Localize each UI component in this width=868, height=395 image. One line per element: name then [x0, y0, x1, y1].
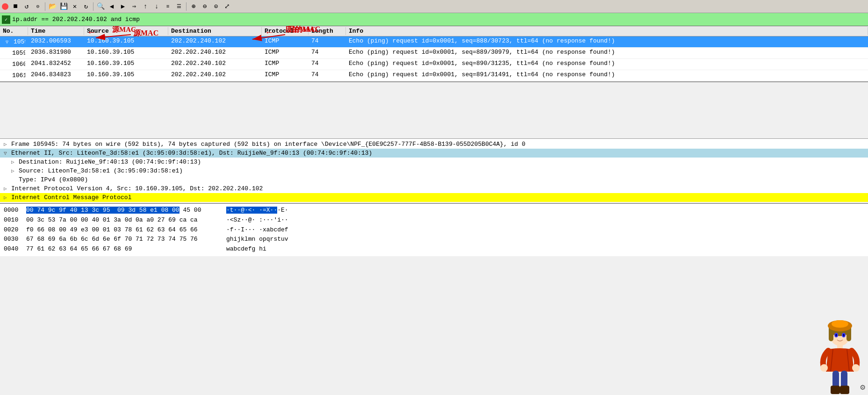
col-info[interactable]: Info — [346, 27, 868, 35]
icmp-text: Internet Control Message Protocol — [11, 194, 131, 201]
detail-row-icmp[interactable]: ▷ Internet Control Message Protocol — [0, 193, 868, 202]
hex-row-0010[interactable]: 0010 00 3c 53 7a 00 00 40 01 3a 0d 0a a0… — [4, 215, 864, 225]
row2-proto: ICMP — [262, 59, 308, 70]
align-btn[interactable]: ☰ — [174, 1, 184, 12]
col-protocol[interactable]: Protocol — [262, 27, 308, 35]
ip-expander: ▷ — [4, 186, 9, 192]
save-file-btn[interactable]: 💾 — [58, 1, 69, 12]
forward-btn[interactable]: ▶ — [118, 1, 128, 12]
hex-bytes-0040: 77 61 62 63 64 65 66 67 68 69 — [26, 244, 222, 254]
row3-len: 74 — [308, 70, 346, 81]
row2-src: 10.160.39.105 — [84, 59, 168, 70]
row2-info: Echo (ping) request id=0x0001, seq=890/3… — [346, 59, 868, 70]
hex-row-0040[interactable]: 0040 77 61 62 63 64 65 66 67 68 69 wabcd… — [4, 244, 864, 254]
filter-arrow-btn[interactable]: ⇒ — [129, 1, 139, 12]
row2-dst: 202.202.240.102 — [168, 59, 262, 70]
stop-btn[interactable]: ■ — [10, 1, 21, 12]
row3-time: 2046.834823 — [28, 70, 84, 81]
row0-proto: ICMP — [262, 36, 308, 47]
eth-dst-expander: ▷ — [11, 159, 17, 165]
hex-ascii-0040: wabcdefg hi — [226, 244, 266, 254]
svg-rect-21 — [831, 386, 840, 394]
filter-icon: ✓ — [2, 15, 10, 24]
row0-time: 2032.006593 — [28, 36, 84, 47]
hex-offset-0000: 0000 — [4, 206, 22, 215]
hex-row-0020[interactable]: 0020 f0 66 08 00 49 e3 00 01 03 78 61 62… — [4, 225, 864, 235]
detail-row-eth-src[interactable]: ▷ Source: LiteonTe_3d:58:e1 (3c:95:09:3d… — [0, 166, 868, 175]
row3-no: 1061… — [0, 70, 28, 81]
sep2 — [93, 2, 93, 11]
col-time[interactable]: Time — [28, 27, 84, 35]
row1-proto: ICMP — [262, 48, 308, 58]
col-btn[interactable]: ≡ — [163, 1, 173, 12]
packet-detail: ▷ Frame 105945: 74 bytes on wire (592 bi… — [0, 138, 868, 204]
row2-no: 1060… — [0, 59, 28, 70]
settings-gear-icon[interactable]: ⚙ — [860, 382, 865, 392]
close-red-btn[interactable] — [2, 3, 8, 10]
table-row[interactable]: ▽ 1059… 2032.006593 10.160.39.105 202.20… — [0, 36, 868, 48]
detail-row-ethernet[interactable]: ▽ Ethernet II, Src: LiteonTe_3d:58:e1 (3… — [0, 149, 868, 158]
next-pkt-btn[interactable]: ↓ — [151, 1, 162, 12]
row1-no: 1059… — [0, 48, 28, 58]
row0-dst: 202.202.240.102 — [168, 36, 262, 47]
row0-len: 74 — [308, 36, 346, 47]
reload-btn[interactable]: ↻ — [81, 1, 91, 12]
row1-time: 2036.831980 — [28, 48, 84, 58]
table-row[interactable]: 1060… 2041.832452 10.160.39.105 202.202.… — [0, 59, 868, 70]
frame-text: Frame 105945: 74 bytes on wire (592 bits… — [11, 141, 525, 148]
close-file-btn[interactable]: ✕ — [70, 1, 80, 12]
row0-info: Echo (ping) request id=0x0001, seq=888/3… — [346, 36, 868, 47]
hex-ascii-0000: ·t··@·<· ·=X···E· — [226, 206, 288, 215]
row2-time: 2041.832452 — [28, 59, 84, 70]
col-no[interactable]: No. — [0, 27, 28, 35]
col-source[interactable]: Source — [84, 27, 168, 35]
resize-cols-btn[interactable]: ⤢ — [222, 1, 232, 12]
go-btn[interactable]: ↑ — [140, 1, 151, 12]
zoom-fit-btn[interactable]: ⊙ — [211, 1, 221, 12]
hex-row-0030[interactable]: 0030 67 68 69 6a 6b 6c 6d 6e 6f 70 71 72… — [4, 235, 864, 244]
row3-dst: 202.202.240.102 — [168, 70, 262, 81]
svg-point-18 — [852, 364, 860, 372]
hex-bytes-0010: 00 3c 53 7a 00 00 40 01 3a 0d 0a a0 27 6… — [26, 215, 222, 225]
packet-list-spacer — [0, 82, 868, 138]
filter-bar: ✓ ip.addr == 202.202.240.102 and icmp — [0, 13, 868, 26]
detail-row-eth-type[interactable]: Type: IPv4 (0x0800) — [0, 175, 868, 184]
table-row[interactable]: 1061… 2046.834823 10.160.39.105 202.202.… — [0, 70, 868, 81]
ethernet-text: Ethernet II, Src: LiteonTe_3d:58:e1 (3c:… — [11, 150, 372, 157]
eth-type-text: Type: IPv4 (0x0800) — [19, 176, 88, 183]
row1-info: Echo (ping) request id=0x0001, seq=889/3… — [346, 48, 868, 58]
open-file-btn[interactable]: 📂 — [47, 1, 57, 12]
zoom-in-btn[interactable]: ⊕ — [188, 1, 199, 12]
col-length[interactable]: Length — [308, 27, 346, 35]
restart-btn[interactable]: ↺ — [22, 1, 32, 12]
hex-bytes-0030: 67 68 69 6a 6b 6c 6d 6e 6f 70 71 72 73 7… — [26, 235, 222, 244]
back-btn[interactable]: ◀ — [107, 1, 117, 12]
hex-offset-0010: 0010 — [4, 215, 22, 225]
row3-proto: ICMP — [262, 70, 308, 81]
filter-input[interactable]: ip.addr == 202.202.240.102 and icmp — [12, 16, 866, 23]
toolbar: ■ ↺ ⊙ 📂 💾 ✕ ↻ 🔍 ◀ ▶ ⇒ ↑ ↓ ≡ ☰ ⊕ ⊖ ⊙ ⤢ — [0, 0, 868, 13]
table-row[interactable]: 1059… 2036.831980 10.160.39.105 202.202.… — [0, 48, 868, 59]
row1-src: 10.160.39.105 — [84, 48, 168, 58]
icmp-expander: ▷ — [4, 194, 9, 201]
detail-row-eth-dst[interactable]: ▷ Destination: RuijieNe_9f:40:13 (00:74:… — [0, 158, 868, 166]
row2-len: 74 — [308, 59, 346, 70]
options-btn[interactable]: ⊙ — [33, 1, 43, 12]
hex-row-0000[interactable]: 0000 00 74 9c 9f 40 13 3c 95 09 3d 58 e1… — [4, 206, 864, 215]
svg-point-14 — [835, 334, 837, 337]
row1-dst: 202.202.240.102 — [168, 48, 262, 58]
detail-row-ip[interactable]: ▷ Internet Protocol Version 4, Src: 10.1… — [0, 184, 868, 193]
ethernet-expander: ▽ — [4, 150, 9, 156]
find-btn[interactable]: 🔍 — [95, 1, 106, 12]
row1-len: 74 — [308, 48, 346, 58]
row0-src: 10.160.39.105 — [84, 36, 168, 47]
col-destination[interactable]: Destination — [168, 27, 262, 35]
zoom-out-btn[interactable]: ⊖ — [200, 1, 210, 12]
row0-no: ▽ 1059… — [0, 36, 28, 47]
hex-offset-0040: 0040 — [4, 244, 22, 254]
detail-row-frame[interactable]: ▷ Frame 105945: 74 bytes on wire (592 bi… — [0, 140, 868, 149]
packet-list-header: No. Time Source Destination Protocol Len… — [0, 26, 868, 36]
hex-offset-0020: 0020 — [4, 225, 22, 235]
sep1 — [45, 2, 45, 11]
eth-dst-text: Destination: RuijieNe_9f:40:13 (00:74:9c… — [19, 158, 201, 165]
